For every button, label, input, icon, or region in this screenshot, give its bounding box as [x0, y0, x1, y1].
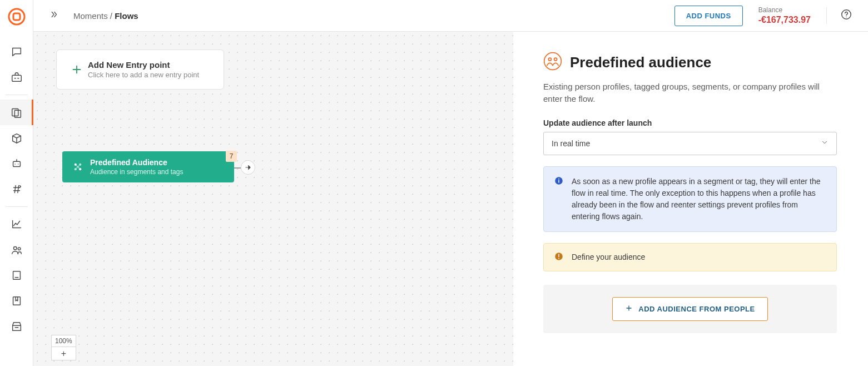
action-area: ADD AUDIENCE FROM PEOPLE [543, 285, 837, 333]
panel-description: Existing person profiles, tagged groups,… [543, 81, 837, 105]
add-funds-button[interactable]: ADD FUNDS [674, 6, 743, 26]
svg-rect-22 [558, 254, 559, 257]
svg-rect-8 [13, 271, 20, 280]
brand-logo-icon [8, 8, 26, 28]
breadcrumb-root[interactable]: Moments [73, 11, 108, 21]
svg-rect-3 [12, 109, 18, 116]
balance-label: Balance [758, 6, 811, 14]
svg-point-17 [554, 58, 557, 61]
panel-title: Predefined audience [570, 54, 711, 71]
plus-icon [66, 63, 88, 76]
entry-card-subtitle: Click here to add a new entry point [88, 71, 199, 79]
svg-rect-5 [13, 161, 20, 166]
warning-icon [554, 251, 564, 263]
plus-icon [625, 304, 633, 314]
nav-store-icon[interactable] [0, 314, 33, 339]
nav-package-icon[interactable] [0, 125, 33, 151]
expand-nav-icon[interactable] [49, 9, 59, 22]
svg-point-12 [79, 164, 81, 166]
zoom-in-button[interactable]: + [51, 347, 76, 360]
topbar: Moments / Flows ADD FUNDS Balance -€167,… [33, 0, 868, 32]
zoom-controls: 100% + [51, 335, 76, 360]
svg-point-23 [558, 258, 559, 259]
nav-people-icon[interactable] [0, 237, 33, 263]
add-entry-point-card[interactable]: Add New Entry point Click here to add a … [56, 50, 224, 90]
info-box: As soon as a new profile appears in a se… [543, 166, 837, 232]
audience-node-icon [70, 161, 86, 172]
warning-box: Define your audience [543, 243, 837, 271]
zoom-level[interactable]: 100% [51, 335, 76, 347]
nav-bot-icon[interactable] [0, 151, 33, 176]
svg-rect-4 [14, 110, 21, 117]
panel-audience-icon [543, 52, 562, 73]
info-icon [554, 176, 564, 222]
info-text: As soon as a new profile appears in a se… [572, 176, 826, 222]
nav-bookmark-icon[interactable] [0, 288, 33, 314]
svg-point-6 [13, 247, 17, 250]
nav-flows-icon[interactable] [0, 100, 33, 125]
balance-display: Balance -€167,733.97 [758, 6, 811, 26]
add-audience-label: ADD AUDIENCE FROM PEOPLE [638, 305, 755, 313]
chevron-down-icon [821, 139, 829, 148]
svg-rect-9 [13, 297, 20, 305]
update-audience-label: Update audience after launch [543, 118, 837, 127]
warning-text: Define your audience [572, 253, 645, 261]
balance-value: -€167,733.97 [758, 14, 811, 26]
left-nav [0, 0, 33, 366]
svg-point-7 [18, 248, 21, 250]
svg-point-16 [548, 58, 551, 61]
svg-point-15 [544, 53, 562, 70]
update-audience-select[interactable]: In real time [543, 132, 837, 155]
help-icon[interactable] [840, 8, 852, 23]
predefined-audience-node[interactable]: Predefined Audience Audience in segments… [62, 151, 234, 182]
svg-rect-19 [558, 180, 559, 182]
breadcrumb-current: Flows [115, 11, 138, 21]
nav-analytics-icon[interactable] [0, 211, 33, 237]
nav-chat-icon[interactable] [0, 39, 33, 65]
nav-book-icon[interactable] [0, 263, 33, 288]
flow-canvas[interactable]: Add New Entry point Click here to add a … [33, 32, 513, 366]
svg-point-13 [75, 168, 77, 170]
svg-point-14 [79, 168, 81, 170]
update-audience-value: In real time [552, 139, 590, 148]
details-panel: Predefined audience Existing person prof… [513, 32, 868, 366]
breadcrumb: Moments / Flows [73, 11, 138, 21]
nav-toolbox-icon[interactable] [0, 65, 33, 90]
add-next-node-button[interactable] [241, 160, 255, 175]
svg-point-11 [75, 164, 77, 166]
add-audience-button[interactable]: ADD AUDIENCE FROM PEOPLE [612, 297, 767, 321]
nav-hash-icon[interactable] [0, 176, 33, 202]
audience-node-title: Predefined Audience [90, 158, 183, 167]
svg-point-20 [558, 178, 559, 179]
audience-node-badge: 7 [226, 151, 237, 162]
entry-card-title: Add New Entry point [88, 60, 199, 70]
svg-point-0 [9, 9, 24, 24]
audience-node-subtitle: Audience in segments and tags [90, 168, 183, 176]
svg-rect-1 [13, 13, 20, 20]
svg-rect-2 [12, 75, 21, 81]
